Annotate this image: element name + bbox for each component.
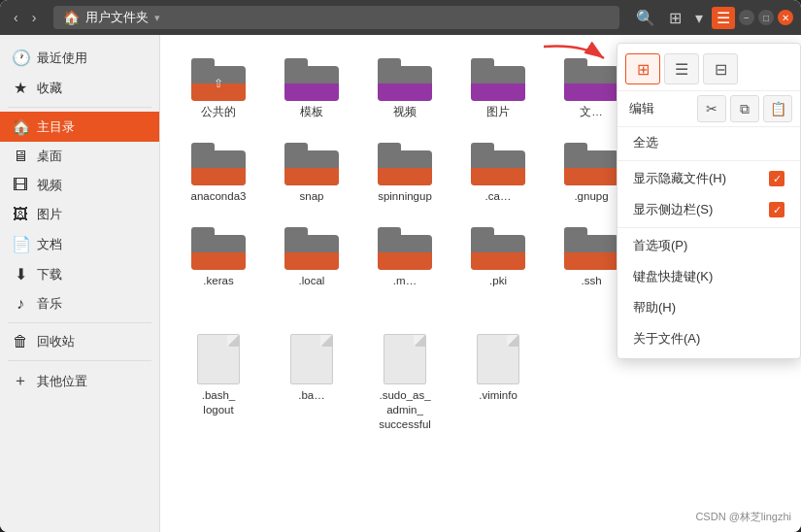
sidebar-label-bookmarks: 收藏 (37, 80, 62, 97)
path-bar[interactable]: 🏠 用户文件夹 ▾ (53, 6, 619, 29)
file-name-m: .m… (393, 274, 417, 288)
file-item-ca[interactable]: .ca… (455, 135, 541, 212)
file-name-gnupg: .gnupg (574, 189, 608, 204)
menu-divider-2 (617, 227, 800, 228)
sidebar-item-video[interactable]: 🎞 视频 (0, 171, 159, 200)
compact-view-button[interactable]: ⊟ (703, 53, 738, 84)
show-sidebar-check: ✓ (769, 202, 784, 217)
file-item-videos[interactable]: 视频 (362, 50, 448, 127)
file-area: ⇧ 公共的 模板 (160, 35, 801, 532)
file-name-keras: .keras (203, 274, 233, 288)
close-button[interactable]: ✕ (778, 10, 793, 25)
file-name-ba: .ba… (298, 388, 325, 403)
file-item-ba[interactable]: .ba… (269, 326, 354, 440)
sidebar-item-other[interactable]: ＋ 其他位置 (0, 365, 159, 397)
sidebar-divider-3 (8, 360, 151, 361)
file-item-templates[interactable]: 模板 (269, 50, 354, 127)
maximize-button[interactable]: □ (758, 10, 774, 25)
sidebar-label-recent: 最近使用 (37, 50, 87, 67)
folder-icon-spinningup (378, 143, 432, 185)
file-icon-sudo (384, 334, 426, 384)
main-content: 🕐 最近使用 ★ 收藏 🏠 主目录 🖥 桌面 🎞 视频 🖼 (0, 35, 801, 532)
file-item-public[interactable]: ⇧ 公共的 (176, 50, 261, 127)
grid-view-button[interactable]: ⊞ (625, 53, 660, 84)
titlebar: ‹ › 🏠 用户文件夹 ▾ 🔍 ⊞ ▾ ☰ − □ ✕ (0, 0, 801, 35)
folder-icon-m (378, 227, 432, 270)
back-button[interactable]: ‹ (8, 8, 24, 27)
menu-edit-row: 编辑 ✂ ⧉ 📋 (617, 91, 800, 127)
menu-item-help[interactable]: 帮助(H) (617, 292, 800, 323)
sidebar-divider-1 (8, 107, 151, 108)
sidebar-item-downloads[interactable]: ⬇ 下载 (0, 259, 159, 289)
folder-icon-local (284, 227, 339, 270)
sidebar-item-recent[interactable]: 🕐 最近使用 (0, 43, 159, 73)
file-item-viminfo[interactable]: .viminfo (455, 326, 541, 440)
sidebar-label-images: 图片 (37, 206, 62, 223)
video-icon: 🎞 (12, 177, 29, 194)
file-item-snap[interactable]: snap (269, 135, 354, 212)
sidebar-item-trash[interactable]: 🗑 回收站 (0, 327, 159, 356)
file-item-pictures[interactable]: 图片 (455, 50, 541, 127)
file-icon-viminfo (477, 334, 519, 384)
about-label: 关于文件(A) (633, 330, 700, 348)
menu-item-show-hidden[interactable]: 显示隐藏文件(H) ✓ (617, 163, 800, 194)
file-item-anaconda3[interactable]: anaconda3 (176, 135, 261, 212)
sidebar-item-images[interactable]: 🖼 图片 (0, 200, 159, 229)
preferences-label: 首选项(P) (633, 237, 687, 254)
search-button[interactable]: 🔍 (631, 7, 660, 29)
sidebar-label-downloads: 下载 (37, 266, 62, 283)
sidebar-label-desktop: 桌面 (37, 148, 62, 165)
minimize-button[interactable]: − (739, 10, 754, 25)
file-item-sudo[interactable]: .sudo_as_admin_successful (362, 326, 448, 440)
file-item-keras[interactable]: .keras (176, 219, 261, 318)
show-hidden-check: ✓ (769, 171, 784, 186)
menu-button[interactable]: ☰ (712, 7, 735, 29)
file-name-spinningup: spinningup (378, 189, 432, 204)
trash-icon: 🗑 (12, 333, 29, 350)
menu-item-select-all[interactable]: 全选 (617, 127, 800, 158)
menu-item-about[interactable]: 关于文件(A) (617, 323, 800, 354)
images-icon: 🖼 (12, 206, 29, 223)
folder-icon-pictures (471, 58, 525, 101)
file-item-spinningup[interactable]: spinningup (362, 135, 448, 212)
file-item-bash-logout[interactable]: .bash_logout (176, 326, 261, 440)
file-icon-bash-logout (197, 334, 240, 384)
sidebar-item-home[interactable]: 🏠 主目录 (0, 112, 159, 142)
sidebar-item-desktop[interactable]: 🖥 桌面 (0, 142, 159, 171)
menu-item-show-sidebar[interactable]: 显示侧边栏(S) ✓ (617, 194, 800, 225)
cut-button[interactable]: ✂ (697, 95, 726, 122)
menu-item-preferences[interactable]: 首选项(P) (617, 230, 800, 261)
folder-icon-keras (191, 227, 246, 270)
file-name-local: .local (299, 274, 325, 288)
clock-icon: 🕐 (12, 49, 29, 67)
copy-button[interactable]: ⧉ (730, 95, 759, 122)
star-icon: ★ (12, 79, 29, 97)
music-icon: ♪ (12, 295, 29, 313)
forward-button[interactable]: › (26, 8, 43, 27)
sidebar-item-music[interactable]: ♪ 音乐 (0, 289, 159, 318)
docs-icon: 📄 (12, 235, 29, 253)
dropdown-menu: ⊞ ☰ ⊟ 编辑 ✂ ⧉ 📋 全选 显示隐藏文件(H) (617, 43, 801, 359)
plus-icon: ＋ (12, 371, 29, 391)
sidebar-label-music: 音乐 (37, 295, 62, 313)
sidebar-item-bookmarks[interactable]: ★ 收藏 (0, 73, 159, 103)
file-name-ca: .ca… (485, 189, 512, 204)
file-item-pki[interactable]: .pki (455, 219, 541, 318)
view-button[interactable]: ⊞ (664, 7, 686, 29)
show-sidebar-label: 显示侧边栏(S) (633, 201, 713, 218)
file-name-anaconda3: anaconda3 (191, 189, 247, 204)
file-item-m[interactable]: .m… (362, 219, 448, 318)
menu-item-keyboard[interactable]: 键盘快捷键(K) (617, 261, 800, 292)
folder-icon-videos (378, 58, 432, 101)
paste-button[interactable]: 📋 (763, 95, 792, 122)
home-sidebar-icon: 🏠 (12, 117, 29, 136)
folder-icon-public: ⇧ (191, 58, 246, 101)
sidebar-label-video: 视频 (37, 177, 62, 194)
file-item-local[interactable]: .local (269, 219, 354, 318)
folder-icon-gnupg (564, 143, 618, 185)
sort-button[interactable]: ▾ (690, 7, 708, 29)
titlebar-actions: 🔍 ⊞ ▾ ☰ − □ ✕ (631, 7, 793, 29)
sidebar-item-docs[interactable]: 📄 文档 (0, 229, 159, 259)
list-view-button[interactable]: ☰ (664, 53, 699, 84)
help-label: 帮助(H) (633, 299, 676, 316)
